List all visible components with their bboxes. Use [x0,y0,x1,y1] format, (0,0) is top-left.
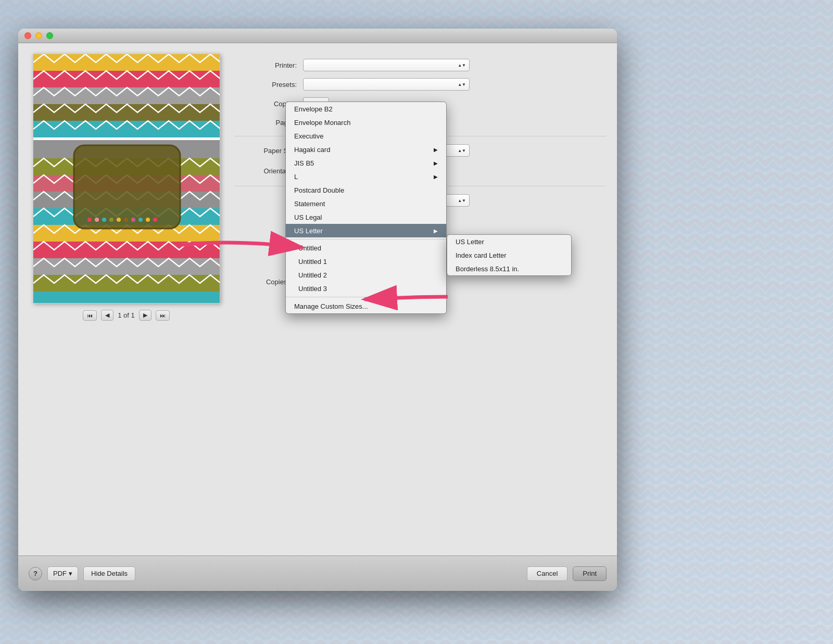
menu-item-us-legal[interactable]: US Legal [286,210,446,224]
arrow-1 [172,224,318,266]
svg-point-17 [87,218,92,222]
menu-item-postcard-double[interactable]: Postcard Double [286,183,446,197]
page-info: 1 of 1 [118,311,135,319]
pagination: ⏮ ◀ 1 of 1 ▶ ⏭ [83,310,170,321]
hide-details-button[interactable]: Hide Details [83,566,135,581]
next-page-btn[interactable]: ▶ [139,310,152,321]
menu-item-envelope-monarch[interactable]: Envelope Monarch [286,116,446,129]
preview-panel: ⏮ ◀ 1 of 1 ▶ ⏭ [29,54,224,545]
svg-point-25 [146,218,150,222]
submenu-item-index-card[interactable]: Index card Letter [447,248,571,262]
maximize-button[interactable] [46,32,53,39]
menu-item-envelope-b2[interactable]: Envelope B2 [286,102,446,116]
svg-point-22 [124,218,128,222]
menu-item-executive[interactable]: Executive [286,129,446,143]
prev-page-btn[interactable]: ◀ [101,310,113,321]
arrow-2 [354,281,469,312]
close-button[interactable] [24,32,31,39]
hagaki-arrow: ▶ [434,147,438,153]
printer-select[interactable]: ▲▼ [303,59,470,71]
submenu-item-us-letter[interactable]: US Letter [447,235,571,248]
svg-point-20 [109,218,113,222]
svg-rect-16 [74,145,180,229]
help-button[interactable]: ? [29,567,42,580]
last-page-btn[interactable]: ⏭ [156,310,170,321]
print-button[interactable]: Print [573,566,607,581]
svg-point-21 [117,218,121,222]
menu-item-l[interactable]: L ▶ [286,170,446,183]
svg-point-23 [131,218,135,222]
preview-box [33,54,220,304]
pdf-button[interactable]: PDF ▾ [47,566,78,581]
printer-label: Printer: [234,61,297,69]
menu-item-untitled-2[interactable]: Untitled 2 [286,268,446,282]
printer-row: Printer: ▲▼ [234,59,607,71]
first-page-btn[interactable]: ⏮ [83,310,97,321]
svg-point-18 [95,218,99,222]
menu-item-hagaki[interactable]: Hagaki card ▶ [286,143,446,156]
svg-point-24 [138,218,143,222]
l-arrow: ▶ [434,174,438,180]
footer-right: Cancel Print [527,566,607,581]
us-letter-arrow: ▶ [434,228,438,234]
footer-left: ? PDF ▾ Hide Details [29,566,135,581]
us-letter-submenu: US Letter Index card Letter Borderless 8… [447,234,572,276]
menu-item-jis-b5[interactable]: JIS B5 ▶ [286,156,446,170]
title-bar [18,29,617,43]
svg-point-19 [102,218,106,222]
presets-row: Presets: ▲▼ [234,78,607,91]
cancel-button[interactable]: Cancel [527,566,567,581]
svg-point-26 [153,218,157,222]
preview-chevron [33,54,220,303]
menu-item-statement[interactable]: Statement [286,197,446,210]
minimize-button[interactable] [35,32,42,39]
presets-label: Presets: [234,81,297,89]
dialog-footer: ? PDF ▾ Hide Details Cancel Print [18,555,617,591]
jis-arrow: ▶ [434,160,438,166]
presets-select[interactable]: ▲▼ [303,78,470,91]
svg-rect-15 [33,292,220,303]
submenu-item-borderless[interactable]: Borderless 8.5x11 in. [447,262,571,275]
